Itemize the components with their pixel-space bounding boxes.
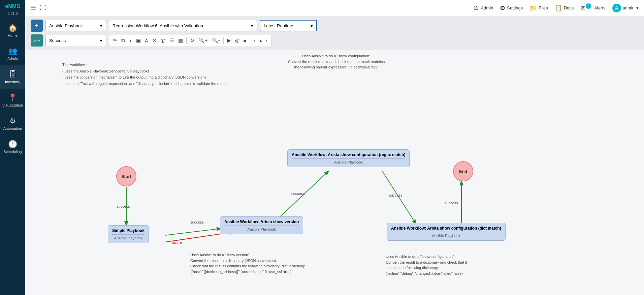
start-node[interactable]: Start bbox=[116, 166, 136, 186]
sidebar-item-scheduling[interactable]: 🕐 Scheduling bbox=[0, 135, 25, 158]
playbook-type-chevron: ▾ bbox=[100, 23, 102, 28]
arista-version-title: Ansible Workflow: Arista show version bbox=[224, 219, 299, 226]
sidebar-item-admin[interactable]: 👥 Admin bbox=[0, 42, 25, 65]
top-note-line3: the following regular expression: "ip ad… bbox=[288, 64, 385, 70]
simple-playbook-sub: Ansible Playbook bbox=[112, 236, 144, 240]
sidebar-item-label: Admin bbox=[7, 57, 18, 61]
sidebar: eNMS 3.21.0 🏠 Home 👥 Admin 🗄 Inventory 📍… bbox=[0, 0, 25, 295]
canvas-area[interactable]: This workflow : - uses the Ansible Playb… bbox=[25, 50, 644, 295]
clone-icon-btn[interactable]: ▣ bbox=[134, 37, 142, 44]
text-icon-btn[interactable]: A bbox=[143, 37, 150, 44]
alerts-nav-item[interactable]: ✉ 4 Alerts bbox=[580, 4, 605, 12]
settings-nav-label: Settings bbox=[507, 5, 523, 10]
start-label: Start bbox=[121, 174, 131, 179]
cancel-icon-btn[interactable]: ⊘ bbox=[151, 37, 158, 44]
files-nav-label: Files bbox=[539, 5, 548, 10]
separator3 bbox=[250, 37, 250, 44]
end-label: End bbox=[459, 169, 468, 174]
target-icon-btn[interactable]: ◎ bbox=[233, 37, 241, 44]
files-nav-item[interactable]: 📁 Files bbox=[529, 4, 548, 12]
user-dropdown-icon: ▾ bbox=[636, 5, 639, 10]
delete-icon-btn[interactable]: 🗑 bbox=[159, 37, 167, 44]
sidebar-item-label: Automation bbox=[3, 126, 22, 130]
plus-icon-btn[interactable]: + bbox=[127, 37, 134, 44]
bottom-right-line1: Uses Ansible to do a "show configuration… bbox=[386, 254, 467, 260]
separator2 bbox=[223, 37, 224, 44]
main-content: ☰ ⛶ 🖥 Admin ⚙ Settings 📁 Files 📋 Docs ✉ bbox=[25, 0, 644, 295]
play-icon-btn[interactable]: ▶ bbox=[225, 37, 233, 44]
copy-icon-btn[interactable]: ⧉ bbox=[120, 37, 127, 44]
sidebar-item-visualization[interactable]: 📍 Visualization bbox=[0, 89, 25, 112]
arista-config-regex-sub: Ansible Playbook bbox=[292, 160, 405, 164]
user-nav-item[interactable]: A admin ▾ bbox=[612, 4, 639, 12]
sidebar-item-inventory[interactable]: 🗄 Inventory bbox=[0, 65, 25, 89]
edit-icon-btn[interactable]: ✏ bbox=[111, 37, 119, 44]
alerts-nav-label: Alerts bbox=[594, 5, 605, 10]
top-note-line2: Convert the result to text and check tha… bbox=[288, 59, 385, 65]
top-note-line1: Uses Ansible to do a "show configuration… bbox=[288, 53, 385, 59]
playbook-type-dropdown[interactable]: Ansible Playbook ▾ bbox=[45, 20, 106, 31]
add-button[interactable]: + bbox=[31, 20, 43, 32]
next-icon-btn[interactable]: › bbox=[264, 37, 269, 44]
status-chevron: ▾ bbox=[100, 38, 102, 43]
up-icon-btn[interactable]: ▴ bbox=[258, 37, 264, 44]
visualization-icon: 📍 bbox=[8, 93, 17, 102]
hamburger-icon[interactable]: ☰ bbox=[31, 4, 36, 12]
prev-icon-btn[interactable]: ‹ bbox=[252, 37, 257, 44]
workflow-dropdown[interactable]: Regression Workflow 6: Ansible with Vali… bbox=[109, 20, 257, 31]
status-dropdown[interactable]: Success ▾ bbox=[45, 35, 106, 46]
app-version: 3.21.0 bbox=[7, 11, 18, 16]
runtime-dropdown[interactable]: Latest Runtime ▾ bbox=[260, 20, 317, 31]
edge-label-success2: success bbox=[190, 220, 204, 224]
refresh-icon-btn[interactable]: ↻ bbox=[188, 37, 196, 44]
table-icon-btn[interactable]: ▦ bbox=[176, 37, 185, 44]
status-label: Success bbox=[49, 38, 66, 43]
runtime-chevron: ▾ bbox=[311, 23, 313, 28]
stop-icon-btn[interactable]: ■ bbox=[242, 37, 248, 44]
toolbar-row1: + Ansible Playbook ▾ Regression Workflow… bbox=[31, 20, 639, 32]
admin-nav-item[interactable]: 🖥 Admin bbox=[473, 4, 493, 11]
docs-nav-item[interactable]: 📋 Docs bbox=[555, 4, 574, 12]
user-avatar-icon: A bbox=[612, 4, 621, 12]
files-nav-icon: 📁 bbox=[529, 4, 537, 12]
sidebar-item-automation[interactable]: ⚙ Automation bbox=[0, 112, 25, 135]
edge-label-success5: success bbox=[445, 201, 458, 205]
simple-playbook-node[interactable]: Simple Playbook Ansible Playbook bbox=[108, 225, 149, 243]
edge-label-success3: success bbox=[291, 191, 305, 196]
arista-version-node[interactable]: Ansible Workflow: Arista show version An… bbox=[220, 216, 303, 234]
alerts-badge: 4 bbox=[586, 3, 591, 9]
admin-nav-label: Admin bbox=[481, 5, 493, 10]
docs-nav-icon: 📋 bbox=[555, 4, 562, 12]
edge-label-success4: success bbox=[389, 193, 402, 197]
zoom-in-icon-btn[interactable]: 🔍+ bbox=[197, 37, 210, 44]
sidebar-item-label: Inventory bbox=[5, 80, 20, 84]
edge-label-failure1: failure bbox=[172, 240, 182, 244]
arista-config-dict-node[interactable]: Ansible Workflow: Arista show configurat… bbox=[387, 223, 506, 241]
app-logo: eNMS bbox=[5, 0, 20, 11]
workflow-label: Regression Workflow 6: Ansible with Vali… bbox=[112, 23, 203, 28]
bottom-left-line3: Check that the results contains the foll… bbox=[190, 263, 305, 269]
end-node[interactable]: End bbox=[453, 161, 473, 181]
inventory-icon: 🗄 bbox=[9, 70, 17, 79]
sidebar-item-label: Visualization bbox=[2, 103, 23, 107]
annotation-regex: Uses Ansible to do a "show configuration… bbox=[288, 53, 385, 70]
settings-nav-item[interactable]: ⚙ Settings bbox=[500, 4, 523, 12]
expand-icon[interactable]: ⛶ bbox=[40, 4, 46, 11]
svg-line-4 bbox=[382, 171, 416, 224]
bottom-left-line4: {"host":"{{device.ip_address}}","unreach… bbox=[190, 269, 305, 275]
move-button[interactable]: ⟺ bbox=[31, 34, 43, 47]
toolbar-row2: ⟺ Success ▾ ✏ ⧉ + ▣ A ⊘ 🗑 ☰ ▦ ↻ 🔍+ 🔍- bbox=[31, 34, 639, 47]
admin-icon: 👥 bbox=[8, 47, 17, 56]
sidebar-item-label: Home bbox=[8, 33, 18, 37]
desc-line4: - uses the "Text with regular expression… bbox=[62, 81, 227, 87]
icon-toolbar: ✏ ⧉ + ▣ A ⊘ 🗑 ☰ ▦ ↻ 🔍+ 🔍- ▶ ◎ ■ ‹ ▴ bbox=[109, 35, 272, 46]
svg-line-3 bbox=[275, 171, 328, 222]
zoom-out-icon-btn[interactable]: 🔍- bbox=[210, 37, 222, 44]
admin-nav-icon: 🖥 bbox=[473, 4, 479, 11]
list-icon-btn[interactable]: ☰ bbox=[168, 37, 176, 44]
bottom-left-line1: Uses Ansible to do a "show version". bbox=[190, 252, 305, 258]
sidebar-item-label: Scheduling bbox=[3, 150, 22, 154]
svg-line-1 bbox=[165, 229, 221, 235]
arista-config-regex-node[interactable]: Ansible Workflow: Arista show configurat… bbox=[287, 149, 410, 167]
sidebar-item-home[interactable]: 🏠 Home bbox=[0, 19, 25, 42]
